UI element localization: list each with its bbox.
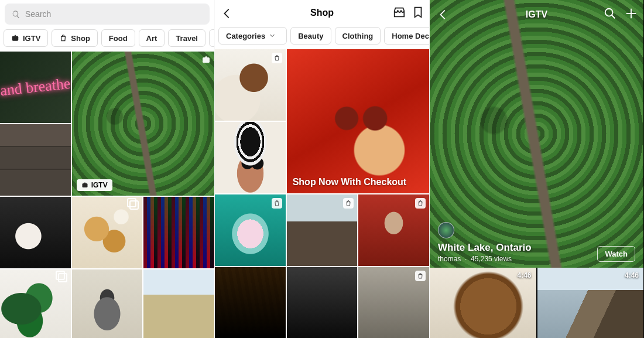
- shop-tile[interactable]: [287, 267, 358, 338]
- chip-food[interactable]: Food: [101, 29, 135, 47]
- chip-label: Clothing: [342, 32, 374, 40]
- svg-point-3: [605, 9, 613, 16]
- explore-grid: IGTV: [0, 52, 214, 338]
- chip-art[interactable]: Art: [139, 29, 165, 47]
- search-icon[interactable]: [604, 7, 616, 20]
- shop-icon: [59, 34, 67, 42]
- chip-label: Food: [109, 34, 128, 43]
- storefront-icon[interactable]: [393, 6, 406, 19]
- shopping-bag-icon: [272, 53, 282, 63]
- bookmark-icon[interactable]: [412, 6, 424, 19]
- back-icon[interactable]: [221, 7, 234, 20]
- chip-label: Home Decor: [392, 32, 429, 40]
- explore-panel: Search IGTV Shop Food Art Travel Ar IGTV: [0, 0, 215, 338]
- igtv-header: IGTV: [430, 0, 643, 29]
- igtv-badge: IGTV: [77, 179, 112, 191]
- chip-igtv[interactable]: IGTV: [4, 29, 48, 47]
- shop-header: Shop: [215, 0, 429, 26]
- chip-label: IGTV: [23, 34, 40, 43]
- shopping-bag-icon: [415, 271, 426, 281]
- shop-hero-tile[interactable]: Shop Now With Checkout: [287, 49, 429, 193]
- explore-tile[interactable]: [0, 269, 71, 338]
- shop-tile[interactable]: [358, 267, 429, 338]
- chip-categories[interactable]: Categories: [218, 27, 287, 45]
- video-duration: 4:46: [625, 271, 639, 279]
- video-views: 45,235 views: [471, 255, 512, 263]
- explore-tile[interactable]: [0, 52, 71, 123]
- video-author[interactable]: thomas: [438, 255, 461, 263]
- igtv-title: IGTV: [526, 9, 547, 20]
- igtv-icon: [11, 34, 19, 42]
- shopping-bag-icon: [415, 198, 426, 209]
- shop-title: Shop: [310, 8, 334, 18]
- shop-grid: Shop Now With Checkout: [215, 49, 429, 338]
- explore-igtv-tile[interactable]: IGTV: [72, 52, 214, 196]
- igtv-icon: [81, 182, 88, 189]
- svg-rect-2: [82, 183, 87, 187]
- add-icon[interactable]: [625, 7, 638, 20]
- shop-hero-caption: Shop Now With Checkout: [293, 177, 407, 187]
- back-icon[interactable]: [437, 8, 450, 21]
- igtv-icon: [201, 55, 211, 64]
- chevron-down-icon: [269, 32, 276, 39]
- igtv-upnext-strip: 4:46 4:46: [430, 268, 643, 338]
- shop-chip-row: Categories Beauty Clothing Home Decor: [215, 26, 429, 49]
- explore-tile[interactable]: [0, 124, 71, 196]
- chip-travel[interactable]: Travel: [168, 29, 205, 47]
- shop-tile[interactable]: [215, 194, 286, 266]
- svg-rect-1: [203, 57, 210, 63]
- search-placeholder: Search: [25, 9, 51, 19]
- chip-beauty[interactable]: Beauty: [290, 27, 331, 45]
- explore-tile[interactable]: [72, 197, 143, 268]
- explore-tile[interactable]: [143, 269, 214, 338]
- shop-tile[interactable]: [215, 49, 286, 121]
- watch-button[interactable]: Watch: [597, 246, 635, 262]
- carousel-icon: [129, 200, 139, 210]
- igtv-badge-label: IGTV: [91, 181, 108, 189]
- chip-shop[interactable]: Shop: [52, 29, 98, 47]
- shop-tile[interactable]: [358, 194, 429, 266]
- search-icon: [12, 10, 20, 19]
- igtv-panel: IGTV White Lake, Ontario thomas · 45,235…: [430, 0, 644, 338]
- explore-tile[interactable]: [72, 269, 143, 338]
- chip-label: Shop: [71, 34, 90, 43]
- chip-label: Beauty: [298, 32, 323, 40]
- explore-tile[interactable]: [0, 197, 71, 268]
- explore-chip-row: IGTV Shop Food Art Travel Ar: [0, 27, 214, 52]
- chip-label: Categories: [226, 32, 265, 40]
- shop-tile[interactable]: [215, 122, 286, 193]
- chip-label: Travel: [176, 34, 198, 43]
- shopping-bag-icon: [272, 198, 282, 209]
- carousel-icon: [58, 273, 67, 282]
- upnext-tile[interactable]: 4:46: [537, 268, 644, 338]
- video-duration: 4:46: [517, 271, 531, 279]
- shopping-bag-icon: [343, 198, 354, 209]
- explore-tile[interactable]: [143, 197, 214, 268]
- chip-clothing[interactable]: Clothing: [335, 27, 381, 45]
- shop-panel: Shop Categories Beauty Clothing Home Dec…: [215, 0, 430, 338]
- chip-label: Art: [146, 34, 157, 43]
- author-avatar[interactable]: [438, 222, 454, 238]
- chip-more[interactable]: Ar: [209, 29, 214, 47]
- svg-rect-0: [12, 36, 19, 41]
- chip-homedecor[interactable]: Home Decor: [384, 27, 429, 45]
- upnext-tile[interactable]: 4:46: [430, 268, 536, 338]
- shop-tile[interactable]: [215, 267, 286, 338]
- search-input[interactable]: Search: [5, 4, 210, 25]
- shop-tile[interactable]: [287, 194, 358, 266]
